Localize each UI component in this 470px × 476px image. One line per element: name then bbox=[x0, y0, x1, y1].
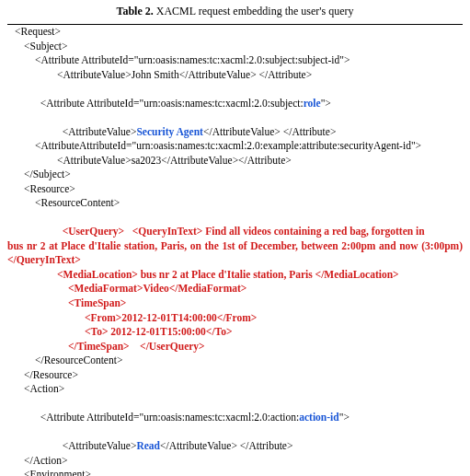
user-query-line: bus nr 2 at Place d'Italie station, Pari… bbox=[7, 239, 463, 268]
xml-line: <AttributeValue>sa2023</AttributeValue><… bbox=[7, 154, 463, 168]
text: <Attribute AttributeId="urn:oasis:names:… bbox=[40, 412, 299, 423]
text: </AttributeValue> </Attribute> bbox=[160, 440, 292, 451]
xml-line: </ResourceContent> bbox=[7, 354, 463, 368]
text: <AttributeValue> bbox=[63, 126, 137, 137]
xml-line: <AttributeAttributeId="urn:oasis:names:t… bbox=[7, 139, 463, 154]
xml-line: <MediaLocation> bus nr 2 at Place d'Ital… bbox=[7, 268, 463, 283]
xml-line: <Resource> bbox=[7, 182, 463, 197]
queryintext-open: <QueryInText> bbox=[132, 226, 203, 237]
xml-line: <Environment> bbox=[7, 468, 463, 476]
xml-line: </Resource> bbox=[7, 368, 463, 383]
xml-line: <Subject> bbox=[7, 40, 463, 54]
text: <Attribute AttributeId="urn:oasis:names:… bbox=[40, 98, 304, 109]
table-caption: Table 2. XACML request embedding the use… bbox=[7, 4, 463, 18]
xml-line: </TimeSpan> </UserQuery> bbox=[7, 340, 463, 354]
xml-line: <AttributeValue>John Smith</AttributeVal… bbox=[7, 68, 463, 83]
user-query-line: <UserQuery> <QueryInText> Find all video… bbox=[7, 211, 463, 239]
keyword-read: Read bbox=[136, 440, 160, 451]
xml-line: <Action> bbox=[7, 382, 463, 397]
caption-text: XACML request embedding the user's query bbox=[156, 5, 354, 17]
xml-line: <From>2012-12-01T14:00:00</From> bbox=[7, 311, 463, 326]
xml-line: <AttributeValue>Read</AttributeValue> </… bbox=[7, 425, 463, 454]
text: </AttributeValue> </Attribute> bbox=[203, 126, 336, 137]
xml-line: <Attribute AttributeId="urn:oasis:names:… bbox=[7, 397, 463, 425]
xml-line: <MediaFormat>Video</MediaFormat> bbox=[7, 282, 463, 296]
xml-line: <Attribute AttributeId="urn:oasis:names:… bbox=[7, 82, 463, 110]
xml-line: <Request> bbox=[7, 25, 463, 40]
text: "> bbox=[321, 98, 331, 109]
query-text-head: Find all videos containing a red bag, fo… bbox=[202, 226, 424, 237]
xml-line: </Action> bbox=[7, 454, 463, 469]
keyword-action-id: action-id bbox=[299, 412, 338, 423]
xml-line: <Attribute AttributeId="urn:oasis:names:… bbox=[7, 53, 463, 68]
text: <AttributeValue> bbox=[63, 440, 137, 451]
keyword-security-agent: Security Agent bbox=[136, 126, 203, 137]
xml-line: <ResourceContent> bbox=[7, 196, 463, 211]
xml-listing: <Request> <Subject> <Attribute Attribute… bbox=[7, 24, 463, 476]
caption-label: Table 2. bbox=[117, 5, 154, 17]
userquery-open: <UserQuery> bbox=[63, 226, 124, 237]
xml-line: <AttributeValue>Security Agent</Attribut… bbox=[7, 110, 463, 139]
text: "> bbox=[339, 412, 350, 423]
xml-line: <To> 2012-12-01T15:00:00</To> bbox=[7, 325, 463, 340]
xml-line: <TimeSpan> bbox=[7, 296, 463, 311]
keyword-role: role bbox=[304, 98, 321, 109]
xml-line: </Subject> bbox=[7, 168, 463, 182]
